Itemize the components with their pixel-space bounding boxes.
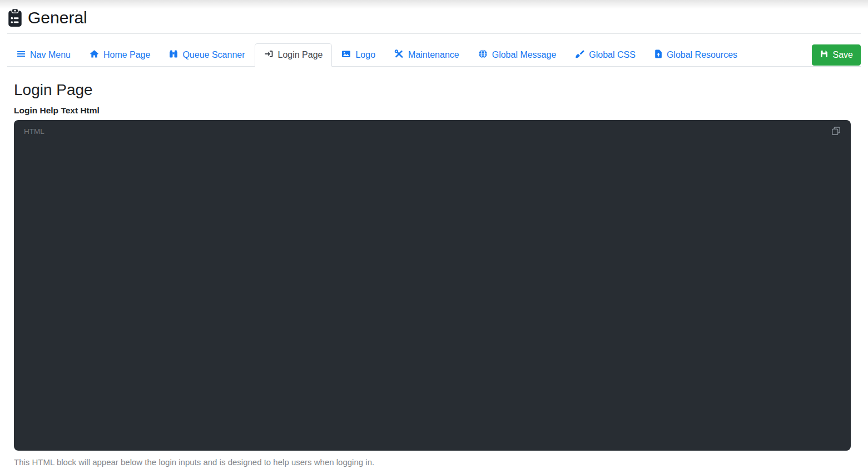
field-label: Login Help Text Html [14,105,861,116]
tab-label: Home Page [103,50,151,60]
page-container: General Nav Menu Home Page [7,0,861,467]
clipboard-list-icon [8,9,22,27]
field-help-text: This HTML block will appear below the lo… [14,457,861,467]
tab-label: Queue Scanner [182,50,245,60]
floppy-disk-icon [820,49,829,61]
tab-label: Nav Menu [30,50,71,60]
tab-maintenance[interactable]: Maintenance [385,43,469,67]
image-icon [341,49,351,61]
copy-button[interactable] [830,126,842,138]
tab-label: Logo [355,50,375,60]
tab-label: Global Resources [667,50,737,60]
tab-logo[interactable]: Logo [332,43,385,67]
globe-icon [478,49,488,61]
tab-bar: Nav Menu Home Page Queue Scanner [7,43,861,67]
copy-icon [831,126,841,138]
tab-global-message[interactable]: Global Message [469,43,566,67]
save-button-label: Save [833,50,853,60]
file-arrow-up-icon [654,49,662,61]
tab-global-css[interactable]: Global CSS [566,43,645,67]
paintbrush-icon [575,49,584,61]
tab-label: Global CSS [589,50,636,60]
home-icon [90,49,99,61]
page-title: General [28,7,87,28]
tab-queue-scanner[interactable]: Queue Scanner [160,43,254,67]
tab-home-page[interactable]: Home Page [80,43,160,67]
section-heading: Login Page [14,81,861,99]
sign-in-icon [264,49,274,61]
page-header: General [7,0,861,34]
tab-label: Maintenance [408,50,459,60]
screwdriver-wrench-icon [394,49,404,61]
html-editor[interactable]: HTML [14,120,851,451]
tab-label: Login Page [278,50,323,60]
tab-label: Global Message [492,50,557,60]
bars-icon [17,49,26,61]
editor-language-badge: HTML [24,127,44,136]
binoculars-icon [169,49,178,61]
tab-global-resources[interactable]: Global Resources [645,43,747,67]
tab-nav-menu[interactable]: Nav Menu [7,43,80,67]
tab-panel-login-page: Login Page Login Help Text Html HTML Thi… [7,81,861,467]
save-button[interactable]: Save [812,44,861,66]
tab-login-page[interactable]: Login Page [255,43,333,67]
